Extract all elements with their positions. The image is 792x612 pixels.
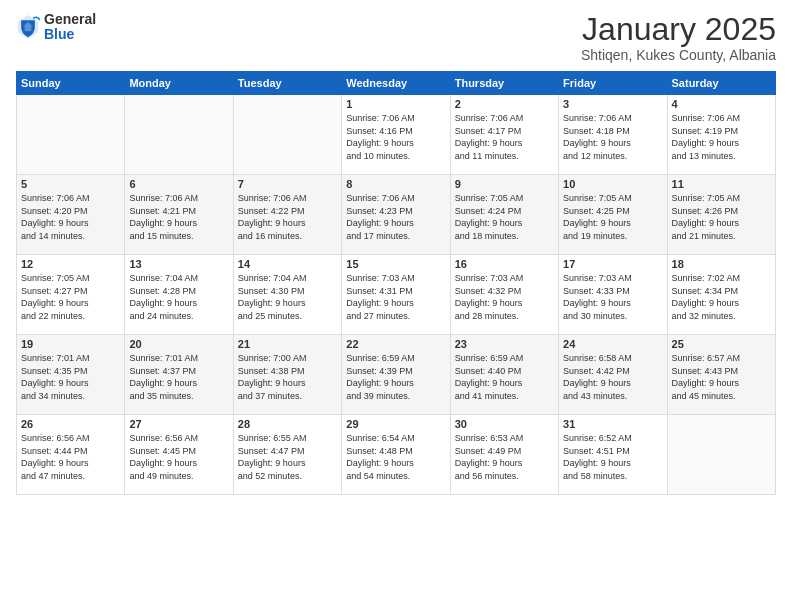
table-row: 24Sunrise: 6:58 AMSunset: 4:42 PMDayligh… bbox=[559, 335, 667, 415]
day-number: 2 bbox=[455, 98, 554, 110]
day-info: Sunrise: 7:01 AMSunset: 4:37 PMDaylight:… bbox=[129, 352, 228, 402]
day-number: 10 bbox=[563, 178, 662, 190]
day-info: Sunrise: 7:01 AMSunset: 4:35 PMDaylight:… bbox=[21, 352, 120, 402]
day-info: Sunrise: 7:06 AMSunset: 4:23 PMDaylight:… bbox=[346, 192, 445, 242]
day-info: Sunrise: 6:59 AMSunset: 4:39 PMDaylight:… bbox=[346, 352, 445, 402]
header-monday: Monday bbox=[125, 72, 233, 95]
table-row: 20Sunrise: 7:01 AMSunset: 4:37 PMDayligh… bbox=[125, 335, 233, 415]
page: General Blue January 2025 Shtiqen, Kukes… bbox=[0, 0, 792, 612]
day-number: 14 bbox=[238, 258, 337, 270]
table-row: 3Sunrise: 7:06 AMSunset: 4:18 PMDaylight… bbox=[559, 95, 667, 175]
header-wednesday: Wednesday bbox=[342, 72, 450, 95]
day-number: 8 bbox=[346, 178, 445, 190]
table-row: 31Sunrise: 6:52 AMSunset: 4:51 PMDayligh… bbox=[559, 415, 667, 495]
day-info: Sunrise: 7:04 AMSunset: 4:28 PMDaylight:… bbox=[129, 272, 228, 322]
day-number: 24 bbox=[563, 338, 662, 350]
table-row: 11Sunrise: 7:05 AMSunset: 4:26 PMDayligh… bbox=[667, 175, 775, 255]
day-number: 16 bbox=[455, 258, 554, 270]
day-number: 18 bbox=[672, 258, 771, 270]
day-info: Sunrise: 6:59 AMSunset: 4:40 PMDaylight:… bbox=[455, 352, 554, 402]
day-info: Sunrise: 6:52 AMSunset: 4:51 PMDaylight:… bbox=[563, 432, 662, 482]
day-number: 31 bbox=[563, 418, 662, 430]
table-row: 19Sunrise: 7:01 AMSunset: 4:35 PMDayligh… bbox=[17, 335, 125, 415]
day-number: 29 bbox=[346, 418, 445, 430]
header: General Blue January 2025 Shtiqen, Kukes… bbox=[16, 12, 776, 63]
logo-blue-text: Blue bbox=[44, 27, 96, 42]
calendar-week-row: 1Sunrise: 7:06 AMSunset: 4:16 PMDaylight… bbox=[17, 95, 776, 175]
day-info: Sunrise: 7:06 AMSunset: 4:20 PMDaylight:… bbox=[21, 192, 120, 242]
day-info: Sunrise: 7:06 AMSunset: 4:17 PMDaylight:… bbox=[455, 112, 554, 162]
table-row: 4Sunrise: 7:06 AMSunset: 4:19 PMDaylight… bbox=[667, 95, 775, 175]
table-row bbox=[125, 95, 233, 175]
day-info: Sunrise: 7:03 AMSunset: 4:31 PMDaylight:… bbox=[346, 272, 445, 322]
day-info: Sunrise: 7:04 AMSunset: 4:30 PMDaylight:… bbox=[238, 272, 337, 322]
day-info: Sunrise: 7:06 AMSunset: 4:18 PMDaylight:… bbox=[563, 112, 662, 162]
calendar-header-row: Sunday Monday Tuesday Wednesday Thursday… bbox=[17, 72, 776, 95]
day-info: Sunrise: 7:06 AMSunset: 4:22 PMDaylight:… bbox=[238, 192, 337, 242]
day-number: 26 bbox=[21, 418, 120, 430]
table-row: 15Sunrise: 7:03 AMSunset: 4:31 PMDayligh… bbox=[342, 255, 450, 335]
day-info: Sunrise: 7:03 AMSunset: 4:33 PMDaylight:… bbox=[563, 272, 662, 322]
day-number: 4 bbox=[672, 98, 771, 110]
day-info: Sunrise: 7:05 AMSunset: 4:25 PMDaylight:… bbox=[563, 192, 662, 242]
table-row: 22Sunrise: 6:59 AMSunset: 4:39 PMDayligh… bbox=[342, 335, 450, 415]
day-number: 22 bbox=[346, 338, 445, 350]
day-number: 7 bbox=[238, 178, 337, 190]
table-row: 29Sunrise: 6:54 AMSunset: 4:48 PMDayligh… bbox=[342, 415, 450, 495]
header-friday: Friday bbox=[559, 72, 667, 95]
day-info: Sunrise: 6:57 AMSunset: 4:43 PMDaylight:… bbox=[672, 352, 771, 402]
day-number: 1 bbox=[346, 98, 445, 110]
day-number: 13 bbox=[129, 258, 228, 270]
day-info: Sunrise: 7:05 AMSunset: 4:24 PMDaylight:… bbox=[455, 192, 554, 242]
calendar-week-row: 12Sunrise: 7:05 AMSunset: 4:27 PMDayligh… bbox=[17, 255, 776, 335]
day-number: 27 bbox=[129, 418, 228, 430]
calendar-table: Sunday Monday Tuesday Wednesday Thursday… bbox=[16, 71, 776, 495]
day-info: Sunrise: 6:56 AMSunset: 4:44 PMDaylight:… bbox=[21, 432, 120, 482]
table-row: 13Sunrise: 7:04 AMSunset: 4:28 PMDayligh… bbox=[125, 255, 233, 335]
logo-text: General Blue bbox=[44, 12, 96, 43]
day-info: Sunrise: 6:58 AMSunset: 4:42 PMDaylight:… bbox=[563, 352, 662, 402]
table-row: 23Sunrise: 6:59 AMSunset: 4:40 PMDayligh… bbox=[450, 335, 558, 415]
calendar-week-row: 19Sunrise: 7:01 AMSunset: 4:35 PMDayligh… bbox=[17, 335, 776, 415]
logo: General Blue bbox=[16, 12, 96, 43]
table-row: 16Sunrise: 7:03 AMSunset: 4:32 PMDayligh… bbox=[450, 255, 558, 335]
table-row: 8Sunrise: 7:06 AMSunset: 4:23 PMDaylight… bbox=[342, 175, 450, 255]
day-number: 15 bbox=[346, 258, 445, 270]
day-info: Sunrise: 7:06 AMSunset: 4:21 PMDaylight:… bbox=[129, 192, 228, 242]
day-number: 5 bbox=[21, 178, 120, 190]
table-row: 12Sunrise: 7:05 AMSunset: 4:27 PMDayligh… bbox=[17, 255, 125, 335]
day-number: 28 bbox=[238, 418, 337, 430]
day-info: Sunrise: 6:55 AMSunset: 4:47 PMDaylight:… bbox=[238, 432, 337, 482]
logo-icon bbox=[16, 13, 40, 41]
table-row: 18Sunrise: 7:02 AMSunset: 4:34 PMDayligh… bbox=[667, 255, 775, 335]
table-row bbox=[233, 95, 341, 175]
day-number: 19 bbox=[21, 338, 120, 350]
table-row: 17Sunrise: 7:03 AMSunset: 4:33 PMDayligh… bbox=[559, 255, 667, 335]
table-row: 7Sunrise: 7:06 AMSunset: 4:22 PMDaylight… bbox=[233, 175, 341, 255]
day-number: 3 bbox=[563, 98, 662, 110]
table-row: 28Sunrise: 6:55 AMSunset: 4:47 PMDayligh… bbox=[233, 415, 341, 495]
day-number: 11 bbox=[672, 178, 771, 190]
header-sunday: Sunday bbox=[17, 72, 125, 95]
day-number: 12 bbox=[21, 258, 120, 270]
day-number: 20 bbox=[129, 338, 228, 350]
header-thursday: Thursday bbox=[450, 72, 558, 95]
table-row bbox=[17, 95, 125, 175]
day-number: 21 bbox=[238, 338, 337, 350]
day-number: 9 bbox=[455, 178, 554, 190]
day-info: Sunrise: 7:00 AMSunset: 4:38 PMDaylight:… bbox=[238, 352, 337, 402]
header-saturday: Saturday bbox=[667, 72, 775, 95]
day-number: 25 bbox=[672, 338, 771, 350]
day-info: Sunrise: 7:02 AMSunset: 4:34 PMDaylight:… bbox=[672, 272, 771, 322]
day-info: Sunrise: 7:03 AMSunset: 4:32 PMDaylight:… bbox=[455, 272, 554, 322]
title-block: January 2025 Shtiqen, Kukes County, Alba… bbox=[581, 12, 776, 63]
table-row: 30Sunrise: 6:53 AMSunset: 4:49 PMDayligh… bbox=[450, 415, 558, 495]
day-number: 30 bbox=[455, 418, 554, 430]
table-row: 5Sunrise: 7:06 AMSunset: 4:20 PMDaylight… bbox=[17, 175, 125, 255]
table-row: 6Sunrise: 7:06 AMSunset: 4:21 PMDaylight… bbox=[125, 175, 233, 255]
table-row: 1Sunrise: 7:06 AMSunset: 4:16 PMDaylight… bbox=[342, 95, 450, 175]
logo-general-text: General bbox=[44, 12, 96, 27]
month-title: January 2025 bbox=[581, 12, 776, 47]
day-number: 23 bbox=[455, 338, 554, 350]
day-info: Sunrise: 6:54 AMSunset: 4:48 PMDaylight:… bbox=[346, 432, 445, 482]
